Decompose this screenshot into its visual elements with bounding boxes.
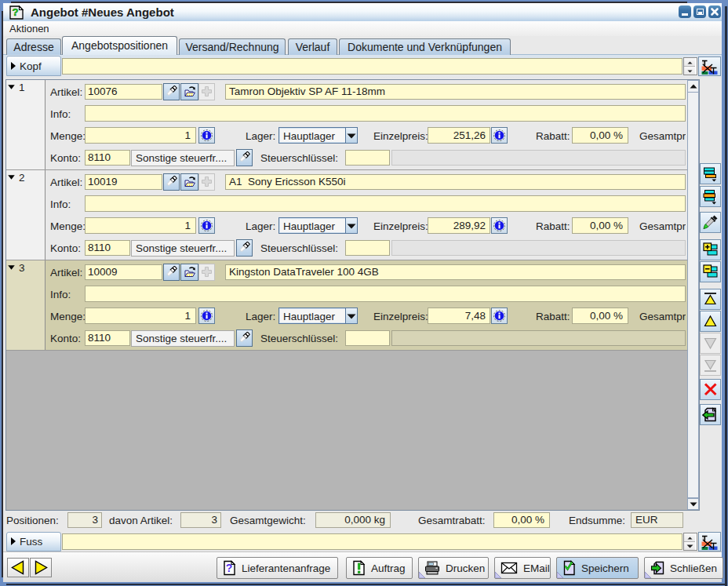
svg-text:?: ? <box>13 6 19 18</box>
svg-text:?: ? <box>226 562 233 574</box>
